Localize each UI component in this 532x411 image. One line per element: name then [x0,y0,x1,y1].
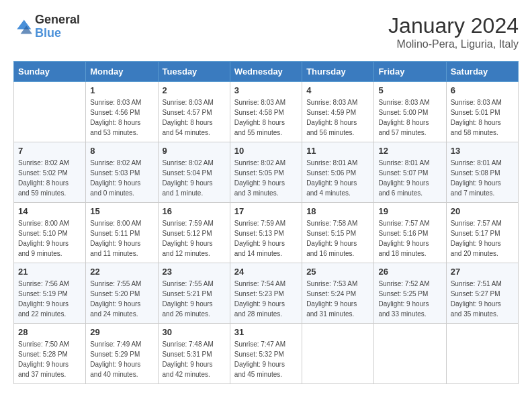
day-number: 9 [163,146,226,156]
day-info: Sunrise: 7:52 AMSunset: 5:25 PMDaylight:… [378,279,441,319]
day-number: 17 [234,206,298,216]
weekday-header-monday: Monday [86,62,158,82]
weekday-header-friday: Friday [374,62,446,82]
day-number: 29 [90,327,153,337]
calendar-cell: 20Sunrise: 7:57 AMSunset: 5:17 PMDayligh… [446,203,518,263]
day-info: Sunrise: 7:50 AMSunset: 5:28 PMDaylight:… [18,339,81,379]
day-info: Sunrise: 8:02 AMSunset: 5:03 PMDaylight:… [90,158,153,198]
day-info: Sunrise: 7:55 AMSunset: 5:20 PMDaylight:… [90,279,153,319]
day-number: 2 [163,85,226,95]
day-info: Sunrise: 8:03 AMSunset: 4:58 PMDaylight:… [234,97,298,138]
calendar-cell: 15Sunrise: 8:00 AMSunset: 5:11 PMDayligh… [86,203,158,263]
calendar-cell: 11Sunrise: 8:01 AMSunset: 5:06 PMDayligh… [302,142,374,203]
day-number: 26 [378,267,441,277]
day-number: 16 [163,206,226,216]
day-number: 15 [90,206,153,216]
calendar-cell [446,324,518,384]
calendar-cell: 18Sunrise: 7:58 AMSunset: 5:15 PMDayligh… [302,203,374,263]
calendar-cell: 22Sunrise: 7:55 AMSunset: 5:20 PMDayligh… [86,263,158,324]
weekday-header-thursday: Thursday [302,62,374,82]
calendar-cell: 31Sunrise: 7:47 AMSunset: 5:32 PMDayligh… [230,324,302,384]
day-number: 12 [378,146,441,156]
day-number: 25 [306,267,369,277]
calendar-cell: 19Sunrise: 7:57 AMSunset: 5:16 PMDayligh… [374,203,446,263]
day-info: Sunrise: 8:03 AMSunset: 4:56 PMDaylight:… [90,97,153,138]
day-number: 21 [18,267,81,277]
day-number: 30 [163,327,226,337]
calendar-cell: 5Sunrise: 8:03 AMSunset: 5:00 PMDaylight… [374,82,446,142]
calendar-cell: 9Sunrise: 8:02 AMSunset: 5:04 PMDaylight… [158,142,230,203]
calendar-cell [374,324,446,384]
day-info: Sunrise: 7:54 AMSunset: 5:23 PMDaylight:… [234,279,298,319]
week-row-2: 7Sunrise: 8:02 AMSunset: 5:02 PMDaylight… [14,142,519,203]
day-number: 19 [378,206,441,216]
day-info: Sunrise: 8:01 AMSunset: 5:08 PMDaylight:… [451,158,514,198]
day-number: 7 [18,146,81,156]
calendar-cell: 27Sunrise: 7:51 AMSunset: 5:27 PMDayligh… [446,263,518,324]
day-number: 27 [451,267,514,277]
calendar-cell [14,82,86,142]
logo-icon [13,17,32,36]
day-number: 14 [18,206,81,216]
calendar-cell: 8Sunrise: 8:02 AMSunset: 5:03 PMDaylight… [86,142,158,203]
location-subtitle: Molino-Pera, Liguria, Italy [388,38,519,50]
day-info: Sunrise: 8:03 AMSunset: 4:59 PMDaylight:… [306,97,369,138]
calendar-cell: 2Sunrise: 8:03 AMSunset: 4:57 PMDaylight… [158,82,230,142]
calendar-cell: 28Sunrise: 7:50 AMSunset: 5:28 PMDayligh… [14,324,86,384]
day-info: Sunrise: 7:57 AMSunset: 5:16 PMDaylight:… [378,218,441,259]
day-number: 31 [234,327,298,337]
calendar-cell: 29Sunrise: 7:49 AMSunset: 5:29 PMDayligh… [86,324,158,384]
calendar-cell: 25Sunrise: 7:53 AMSunset: 5:24 PMDayligh… [302,263,374,324]
day-info: Sunrise: 7:53 AMSunset: 5:24 PMDaylight:… [306,279,369,319]
day-number: 5 [378,85,441,95]
day-info: Sunrise: 8:01 AMSunset: 5:07 PMDaylight:… [378,158,441,198]
day-info: Sunrise: 7:59 AMSunset: 5:13 PMDaylight:… [234,218,298,259]
day-info: Sunrise: 7:51 AMSunset: 5:27 PMDaylight:… [451,279,514,319]
weekday-header-sunday: Sunday [14,62,86,82]
week-row-4: 21Sunrise: 7:56 AMSunset: 5:19 PMDayligh… [14,263,519,324]
day-info: Sunrise: 7:49 AMSunset: 5:29 PMDaylight:… [90,339,153,379]
weekday-header-saturday: Saturday [446,62,518,82]
day-info: Sunrise: 8:03 AMSunset: 5:00 PMDaylight:… [378,97,441,138]
calendar-cell: 14Sunrise: 8:00 AMSunset: 5:10 PMDayligh… [14,203,86,263]
day-info: Sunrise: 7:59 AMSunset: 5:12 PMDaylight:… [163,218,226,259]
day-info: Sunrise: 7:58 AMSunset: 5:15 PMDaylight:… [306,218,369,259]
title-block: January 2024 Molino-Pera, Liguria, Italy [388,13,519,50]
week-row-1: 1Sunrise: 8:03 AMSunset: 4:56 PMDaylight… [14,82,519,142]
calendar-cell: 7Sunrise: 8:02 AMSunset: 5:02 PMDaylight… [14,142,86,203]
calendar-cell: 17Sunrise: 7:59 AMSunset: 5:13 PMDayligh… [230,203,302,263]
day-number: 20 [451,206,514,216]
calendar-cell: 13Sunrise: 8:01 AMSunset: 5:08 PMDayligh… [446,142,518,203]
day-number: 6 [451,85,514,95]
day-info: Sunrise: 8:02 AMSunset: 5:02 PMDaylight:… [18,158,81,198]
day-number: 22 [90,267,153,277]
day-number: 4 [306,85,369,95]
calendar-cell: 23Sunrise: 7:55 AMSunset: 5:21 PMDayligh… [158,263,230,324]
calendar-cell [302,324,374,384]
logo-text: GeneralBlue [35,13,80,40]
calendar-cell: 21Sunrise: 7:56 AMSunset: 5:19 PMDayligh… [14,263,86,324]
day-info: Sunrise: 7:56 AMSunset: 5:19 PMDaylight:… [18,279,81,319]
day-info: Sunrise: 7:55 AMSunset: 5:21 PMDaylight:… [163,279,226,319]
calendar-cell: 16Sunrise: 7:59 AMSunset: 5:12 PMDayligh… [158,203,230,263]
weekday-header-row: SundayMondayTuesdayWednesdayThursdayFrid… [14,62,519,82]
calendar-cell: 12Sunrise: 8:01 AMSunset: 5:07 PMDayligh… [374,142,446,203]
calendar-cell: 30Sunrise: 7:48 AMSunset: 5:31 PMDayligh… [158,324,230,384]
day-info: Sunrise: 8:02 AMSunset: 5:05 PMDaylight:… [234,158,298,198]
day-number: 8 [90,146,153,156]
day-info: Sunrise: 8:00 AMSunset: 5:11 PMDaylight:… [90,218,153,259]
calendar-cell: 3Sunrise: 8:03 AMSunset: 4:58 PMDaylight… [230,82,302,142]
day-info: Sunrise: 7:47 AMSunset: 5:32 PMDaylight:… [234,339,298,379]
day-info: Sunrise: 8:03 AMSunset: 4:57 PMDaylight:… [163,97,226,138]
weekday-header-wednesday: Wednesday [230,62,302,82]
day-number: 13 [451,146,514,156]
calendar-cell: 4Sunrise: 8:03 AMSunset: 4:59 PMDaylight… [302,82,374,142]
calendar-cell: 26Sunrise: 7:52 AMSunset: 5:25 PMDayligh… [374,263,446,324]
week-row-5: 28Sunrise: 7:50 AMSunset: 5:28 PMDayligh… [14,324,519,384]
day-number: 18 [306,206,369,216]
week-row-3: 14Sunrise: 8:00 AMSunset: 5:10 PMDayligh… [14,203,519,263]
day-info: Sunrise: 8:03 AMSunset: 5:01 PMDaylight:… [451,97,514,138]
calendar-cell: 24Sunrise: 7:54 AMSunset: 5:23 PMDayligh… [230,263,302,324]
calendar-table: SundayMondayTuesdayWednesdayThursdayFrid… [13,61,519,384]
day-info: Sunrise: 7:57 AMSunset: 5:17 PMDaylight:… [451,218,514,259]
